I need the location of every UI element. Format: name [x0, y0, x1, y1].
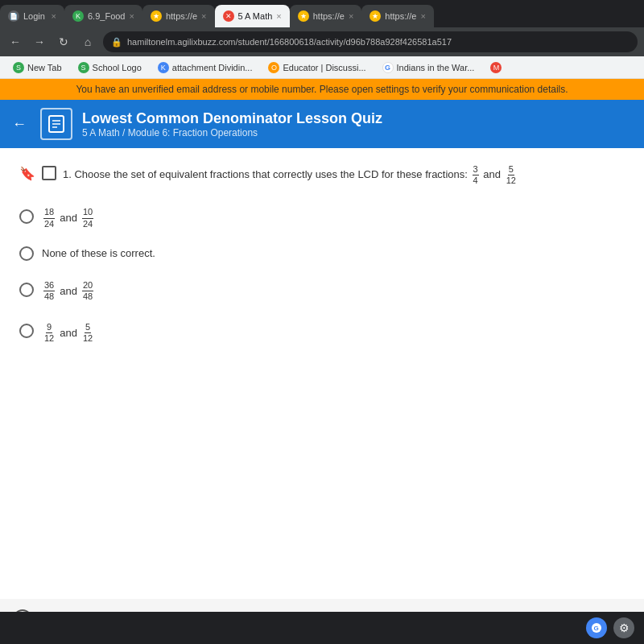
q-frac2-num: 5: [508, 164, 514, 175]
option4-text: 9 12 and 5 12: [42, 319, 95, 344]
tab-math[interactable]: ✕ 5 A Math ×: [215, 5, 290, 27]
question-body: Choose the set of equivalent fractions t…: [74, 168, 470, 180]
opt1-frac1-num: 18: [43, 207, 55, 218]
tab-https3-close[interactable]: ×: [420, 11, 425, 21]
notification-text: You have an unverified email address or …: [76, 84, 568, 95]
option-3: 36 48 and 20 48: [19, 275, 625, 303]
bookmark-schoollogo[interactable]: S School Logo: [72, 60, 148, 75]
tab-math-label: 5 A Math: [238, 11, 273, 21]
schoollogo-icon: S: [78, 62, 89, 73]
radio-option1[interactable]: [19, 209, 34, 224]
tab-login-label: Login: [23, 11, 45, 21]
tab-https1-close[interactable]: ×: [201, 11, 206, 21]
opt3-frac1: 36 48: [43, 280, 55, 302]
q-frac2-den: 12: [506, 175, 517, 186]
question-checkbox[interactable]: [42, 166, 56, 180]
tab-https2-label: https://e: [313, 11, 345, 21]
tab-https3-label: https://e: [385, 11, 416, 21]
quiz-body: 🔖 1. Choose the set of equivalent fracti…: [0, 148, 644, 599]
tab-https2-icon: ★: [298, 10, 309, 22]
taskbar-settings-icon[interactable]: ⚙: [613, 617, 634, 638]
opt1-frac1: 18 24: [43, 207, 55, 229]
question-number: 1.: [63, 168, 72, 180]
bookmark-flag-icon[interactable]: 🔖: [19, 166, 35, 181]
opt4-frac1-den: 12: [43, 333, 55, 344]
svg-text:G: G: [594, 625, 599, 632]
opt3-frac1-den: 48: [43, 291, 55, 302]
opt3-frac2-num: 20: [82, 280, 93, 291]
tab-https1-icon: ★: [151, 10, 162, 22]
option-2: None of these is correct.: [19, 244, 625, 263]
question-text: 1. Choose the set of equivalent fraction…: [63, 164, 518, 186]
bookmark-google[interactable]: G Indians in the War...: [376, 60, 481, 75]
bookmarks-bar: S New Tab S School Logo K attachment Div…: [0, 56, 644, 79]
bookmark-newtab-label: New Tab: [27, 63, 62, 72]
q-frac1-den: 4: [473, 175, 479, 186]
address-box[interactable]: 🔒 hamiltonelm.agilixbuzz.com/student/166…: [103, 31, 638, 52]
opt1-frac2-num: 10: [82, 207, 93, 218]
opt3-frac2-den: 48: [82, 291, 93, 302]
taskbar-google-icon[interactable]: G: [586, 617, 607, 638]
tab-https3[interactable]: ★ https://e ×: [361, 5, 434, 27]
tab-https2-close[interactable]: ×: [349, 11, 353, 21]
option4-frac-group: 9 12 and 5 12: [42, 322, 95, 344]
radio-option4[interactable]: [19, 324, 34, 338]
opt4-frac1: 9 12: [43, 322, 55, 344]
attachment-icon: K: [158, 62, 169, 73]
quiz-icon: [40, 108, 72, 140]
bookmark-indians-label: Indians in the War...: [397, 63, 475, 72]
tab-food[interactable]: K 6.9_Food ×: [64, 5, 142, 27]
gmail-icon: M: [490, 62, 502, 73]
tab-https1-label: https://e: [166, 11, 197, 21]
bookmark-educator[interactable]: O Educator | Discussi...: [262, 60, 372, 75]
opt4-and: and: [60, 325, 77, 341]
opt4-frac2-den: 12: [82, 333, 93, 344]
tab-math-close[interactable]: ×: [276, 11, 281, 21]
bookmark-newtab[interactable]: S New Tab: [6, 60, 68, 75]
opt3-and: and: [60, 283, 77, 299]
radio-option3[interactable]: [19, 283, 34, 297]
address-bar-row: ← → ↻ ⌂ 🔒 hamiltonelm.agilixbuzz.com/stu…: [0, 27, 644, 56]
opt1-frac2-den: 24: [82, 219, 93, 229]
tab-https1[interactable]: ★ https://e ×: [142, 5, 215, 27]
opt1-frac1-den: 24: [43, 219, 55, 229]
newtab-icon: S: [13, 62, 24, 73]
option-1: 18 24 and 10 24: [19, 202, 625, 230]
bookmark-attachment-label: attachment Dividin...: [172, 63, 253, 72]
opt4-frac2: 5 12: [82, 322, 93, 344]
forward-button[interactable]: →: [31, 33, 48, 51]
bookmark-gmail[interactable]: M: [484, 60, 508, 75]
google-icon: G: [382, 62, 394, 73]
option1-frac-group: 18 24 and 10 24: [42, 207, 95, 229]
tab-login-close[interactable]: ×: [52, 11, 56, 21]
radio-option2[interactable]: [19, 246, 34, 261]
address-text: hamiltonelm.agilixbuzz.com/student/16680…: [127, 37, 452, 47]
tab-https2[interactable]: ★ https://e ×: [290, 5, 362, 27]
home-button[interactable]: ⌂: [79, 33, 97, 51]
tab-food-close[interactable]: ×: [129, 11, 134, 21]
tab-login-icon: 📄: [8, 10, 19, 22]
opt4-frac1-num: 9: [46, 322, 52, 333]
quiz-header: ← Lowest Common Denominator Lesson Quiz …: [0, 100, 644, 148]
content-area: ← Lowest Common Denominator Lesson Quiz …: [0, 100, 644, 639]
question-and: and: [483, 168, 503, 180]
quiz-subtitle: 5 A Math / Module 6: Fraction Operations: [82, 127, 631, 138]
q-frac1-num: 3: [473, 164, 479, 175]
bookmark-schoollogo-label: School Logo: [93, 63, 142, 72]
opt1-frac2: 10 24: [82, 207, 93, 229]
quiz-title-block: Lowest Common Denominator Lesson Quiz 5 …: [82, 110, 631, 138]
quiz-title: Lowest Common Denominator Lesson Quiz: [82, 110, 631, 127]
question-fraction1: 3 4: [473, 164, 479, 186]
back-button[interactable]: ←: [6, 33, 24, 51]
question-fraction2: 5 12: [506, 164, 517, 186]
tab-https3-icon: ★: [369, 10, 381, 22]
tab-login[interactable]: 📄 Login ×: [0, 5, 64, 27]
notification-bar: You have an unverified email address or …: [0, 79, 644, 100]
reload-button[interactable]: ↻: [55, 33, 72, 51]
bookmark-attachment[interactable]: K attachment Dividin...: [151, 60, 259, 75]
opt4-frac2-num: 5: [85, 322, 91, 333]
quiz-back-button[interactable]: ←: [8, 113, 31, 135]
browser-chrome: 📄 Login × K 6.9_Food × ★ https://e × ✕ 5…: [0, 0, 644, 79]
bookmark-educator-label: Educator | Discussi...: [283, 63, 365, 72]
question-row: 🔖 1. Choose the set of equivalent fracti…: [19, 164, 625, 186]
